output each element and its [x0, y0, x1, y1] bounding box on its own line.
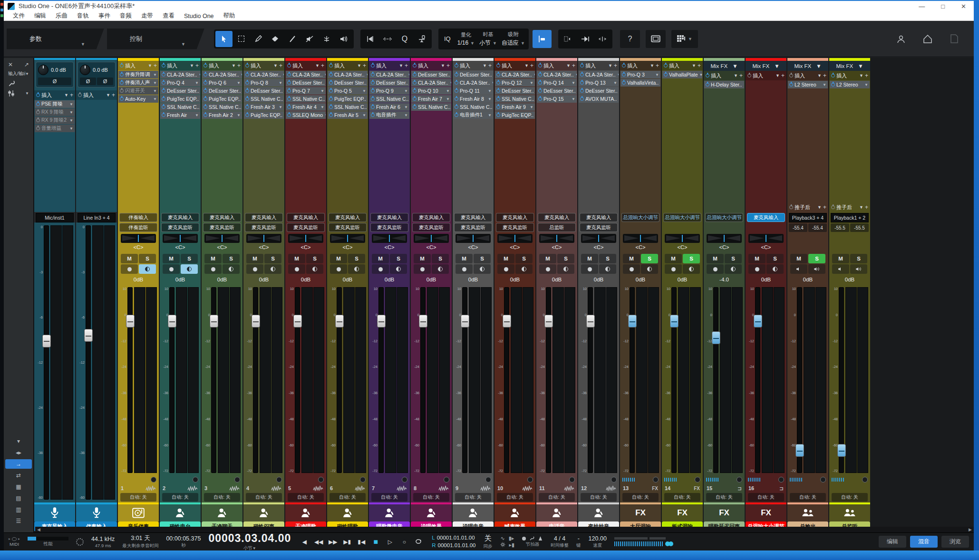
- input-monitor-button[interactable]: [557, 264, 574, 274]
- power-icon[interactable]: [580, 64, 584, 68]
- fader-track[interactable]: [295, 287, 300, 473]
- record-button[interactable]: ○: [398, 536, 410, 548]
- power-icon[interactable]: [622, 64, 626, 68]
- fader-value[interactable]: 0dB: [453, 275, 494, 284]
- link-scroll-button[interactable]: →: [5, 459, 32, 469]
- power-icon[interactable]: [496, 64, 500, 68]
- fader-handle[interactable]: [42, 335, 51, 348]
- expand-strips-button[interactable]: ⇄: [5, 471, 32, 480]
- fader-handle[interactable]: [503, 315, 511, 328]
- send-slot[interactable]: 总混响大小调节: [663, 213, 701, 222]
- fader-value[interactable]: 0dB: [829, 275, 870, 284]
- tempo-display[interactable]: 120.00 速度: [589, 535, 607, 549]
- power-icon[interactable]: [538, 81, 542, 85]
- automation-mode-button[interactable]: 自动: 关: [413, 493, 449, 502]
- add-insert-icon[interactable]: +: [488, 62, 492, 69]
- insert-slot[interactable]: SSL Native C..▼: [495, 95, 535, 103]
- mute-button[interactable]: M: [790, 254, 807, 263]
- insert-slot[interactable]: 伴奏升降调▼: [118, 71, 158, 78]
- close-button[interactable]: ✕: [961, 3, 966, 10]
- power-icon[interactable]: [664, 73, 668, 77]
- send-slot[interactable]: 麦克风输入: [454, 213, 492, 222]
- fader-track[interactable]: [504, 287, 509, 473]
- insert-slot[interactable]: Pro-Q 11▼: [453, 87, 493, 95]
- fader-handle[interactable]: [377, 315, 386, 328]
- insert-slot[interactable]: Auto-Key▼: [118, 95, 158, 103]
- insert-slot[interactable]: Pro-Q 9▼: [369, 87, 409, 95]
- fader-track[interactable]: [839, 287, 844, 473]
- chevron-down-icon[interactable]: ▼: [817, 205, 822, 210]
- power-icon[interactable]: [287, 113, 291, 117]
- power-icon[interactable]: [245, 89, 249, 93]
- fader-track[interactable]: [713, 287, 718, 473]
- performance-meter[interactable]: 性能: [28, 537, 68, 547]
- power-icon[interactable]: [831, 74, 835, 77]
- view-button-浏览[interactable]: 浏览: [941, 536, 969, 548]
- power-icon[interactable]: [204, 81, 207, 85]
- fader-track[interactable]: [671, 287, 677, 473]
- pan-value[interactable]: <C>: [510, 244, 520, 250]
- fader-value[interactable]: 0dB: [536, 275, 577, 284]
- insert-slot[interactable]: SSL Native C..▼: [160, 103, 200, 111]
- mono-button[interactable]: [748, 264, 766, 274]
- input-monitor-button[interactable]: [181, 264, 198, 274]
- fader-track[interactable]: [169, 287, 174, 473]
- send-slot[interactable]: 麦克风输入: [496, 213, 534, 222]
- mixfx-header[interactable]: Mix FX▼: [746, 61, 786, 71]
- send-slot[interactable]: 麦克风输入: [203, 213, 241, 222]
- pan-slider[interactable]: [163, 234, 198, 243]
- solo-button[interactable]: S: [683, 254, 700, 263]
- solo-button[interactable]: S: [515, 254, 533, 263]
- phase-invert-button[interactable]: Ø: [97, 77, 113, 85]
- send-slot[interactable]: 总监听: [538, 223, 576, 232]
- add-insert-icon[interactable]: +: [530, 62, 533, 69]
- add-insert-icon[interactable]: +: [865, 72, 868, 79]
- chevron-down-icon[interactable]: ▼: [148, 63, 152, 68]
- postfader-header[interactable]: 推子后▼+: [829, 203, 870, 212]
- power-icon[interactable]: [36, 102, 40, 106]
- power-icon[interactable]: [120, 89, 124, 93]
- range-tool-button[interactable]: [233, 31, 250, 47]
- channel-icon-tile[interactable]: FX: [620, 504, 661, 521]
- input-monitor-button[interactable]: [223, 264, 240, 274]
- power-icon[interactable]: [162, 113, 165, 117]
- send-slot[interactable]: 麦克风输入: [580, 213, 618, 222]
- timebase-select[interactable]: 时基 小节▼: [479, 31, 497, 47]
- fader-value[interactable]: 0dB: [494, 275, 535, 284]
- send-slot[interactable]: 麦克风监听: [412, 223, 450, 232]
- chevron-down-icon[interactable]: ▼: [650, 63, 654, 68]
- send-slot[interactable]: 麦克风监听: [287, 223, 325, 232]
- fader-track[interactable]: [588, 287, 593, 473]
- power-icon[interactable]: [789, 83, 793, 87]
- power-icon[interactable]: [455, 97, 458, 101]
- automation-mode-button[interactable]: 自动: 关: [371, 493, 407, 502]
- pan-value[interactable]: <C>: [175, 244, 185, 250]
- mute-button[interactable]: M: [623, 254, 640, 263]
- pan-slider[interactable]: [121, 234, 156, 243]
- power-icon[interactable]: [413, 105, 417, 109]
- chevron-down-icon[interactable]: ▼: [483, 63, 487, 68]
- scroll-right-icon[interactable]: ▶: [969, 527, 972, 532]
- pan-slider[interactable]: [204, 234, 240, 243]
- power-icon[interactable]: [329, 89, 333, 93]
- fader-handle[interactable]: [837, 444, 846, 457]
- fader-value[interactable]: 0dB: [662, 275, 703, 284]
- mute-button[interactable]: M: [204, 254, 222, 263]
- power-icon[interactable]: [245, 81, 249, 85]
- power-icon[interactable]: [538, 97, 542, 101]
- mute-button[interactable]: M: [665, 254, 682, 263]
- insert-slot[interactable]: Pro-Q 5▼: [328, 87, 368, 95]
- insert-slot[interactable]: Pro-Q 7▼: [286, 87, 326, 95]
- inserts-header[interactable]: 插入▼+: [746, 71, 786, 80]
- insert-slot[interactable]: PuigTec EQP..▼: [328, 95, 368, 103]
- mute-button[interactable]: M: [121, 254, 138, 263]
- solo-button[interactable]: S: [599, 254, 616, 263]
- mixfx-header[interactable]: Mix FX▼: [704, 61, 745, 71]
- add-insert-icon[interactable]: +: [237, 62, 241, 69]
- setup-button[interactable]: [5, 78, 32, 88]
- follow-button[interactable]: [577, 31, 594, 47]
- pan-slider[interactable]: [330, 234, 365, 243]
- inserts-header[interactable]: 插入▼+: [620, 61, 661, 70]
- dim-button[interactable]: [850, 264, 867, 274]
- solo-button[interactable]: S: [264, 254, 281, 263]
